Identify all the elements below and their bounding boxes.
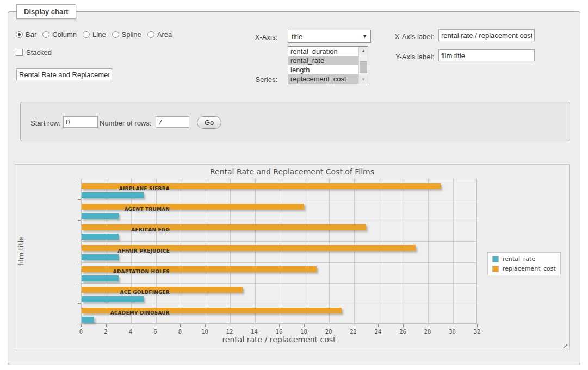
- x-tick-label: 30: [444, 329, 461, 335]
- series-option-rental_rate[interactable]: rental_rate: [288, 56, 358, 65]
- x-axis-title-label: X-Axis label:: [375, 33, 434, 41]
- scrollbar-thumb[interactable]: [360, 61, 367, 73]
- gridline-horizontal: [82, 221, 476, 221]
- stacked-option[interactable]: Stacked: [16, 48, 52, 57]
- series-option-replacement_cost[interactable]: replacement_cost: [288, 74, 358, 84]
- radio-icon: [147, 31, 154, 38]
- resize-handle-icon[interactable]: [561, 342, 567, 348]
- y-axis-tick: [78, 241, 81, 241]
- x-axis-selected-value: title: [292, 33, 302, 41]
- x-axis-tick: [453, 324, 453, 327]
- bar-rental_rate: [82, 296, 144, 302]
- gridline-vertical: [206, 179, 206, 323]
- gridline-vertical: [329, 179, 330, 323]
- stacked-checkbox[interactable]: [16, 49, 23, 56]
- gridline-vertical: [181, 179, 181, 323]
- legend-swatch: [492, 266, 499, 272]
- chart-y-axis-label: film title: [16, 179, 25, 324]
- x-tick-label: 20: [320, 329, 337, 335]
- gridline-vertical: [404, 179, 404, 323]
- bar-rental_rate: [82, 317, 94, 323]
- x-tick-label: 24: [370, 329, 386, 335]
- radio-icon: [16, 31, 23, 38]
- legend-swatch: [492, 256, 499, 262]
- chart-type-option-label: Area: [157, 30, 172, 39]
- x-tick-label: 2: [98, 329, 114, 335]
- y-axis-tick: [78, 199, 81, 200]
- x-axis-select[interactable]: title ▼: [288, 30, 371, 43]
- gridline-horizontal: [82, 262, 476, 263]
- gridline-vertical: [428, 179, 429, 323]
- x-tick-label: 14: [246, 329, 263, 335]
- bar-rental_rate: [82, 254, 119, 260]
- x-axis-title-input[interactable]: [438, 29, 535, 41]
- x-axis-tick: [106, 324, 107, 327]
- bar-rental_rate: [82, 234, 119, 240]
- y-axis-tick: [78, 303, 81, 304]
- bar-rental_rate: [82, 275, 119, 281]
- scrollbar-down-button[interactable]: ▼: [359, 76, 368, 84]
- x-tick-label: 4: [122, 329, 139, 335]
- start-row-label: Start row:: [30, 119, 61, 127]
- gridline-horizontal: [82, 304, 476, 304]
- legend-item-replacement_cost: replacement_cost: [492, 265, 556, 272]
- category-label: AGENT TRUMAN: [107, 206, 170, 212]
- x-axis-tick: [279, 324, 280, 327]
- bar-rental_rate: [82, 192, 144, 198]
- chart-title-input[interactable]: [16, 68, 112, 80]
- x-axis-tick: [428, 324, 428, 327]
- x-axis-tick: [354, 324, 354, 327]
- chart-type-option-label: Column: [52, 30, 77, 39]
- x-axis-tick: [180, 324, 181, 327]
- radio-icon: [42, 31, 49, 38]
- gridline-vertical: [230, 179, 231, 323]
- x-tick-label: 6: [147, 329, 164, 335]
- chart-type-option-line[interactable]: Line: [83, 30, 106, 39]
- chart-type-option-column[interactable]: Column: [42, 30, 77, 39]
- gridline-horizontal: [82, 200, 476, 200]
- x-axis-tick: [205, 324, 206, 327]
- go-button[interactable]: Go: [197, 116, 221, 129]
- gridline-vertical: [354, 179, 355, 323]
- x-axis-tick: [131, 324, 131, 327]
- rows-fieldset: Start row: Number of rows: Go: [20, 102, 570, 141]
- y-axis-title-label: Y-Axis label:: [375, 53, 434, 61]
- series-listbox[interactable]: rental_durationrental_ratelengthreplacem…: [288, 46, 368, 84]
- category-label: AFRICAN EGG: [107, 227, 170, 233]
- legend-label: rental_rate: [503, 255, 535, 262]
- chart-type-option-area[interactable]: Area: [147, 30, 172, 39]
- x-axis-tick: [230, 324, 230, 327]
- chart-type-option-bar[interactable]: Bar: [16, 30, 36, 39]
- chart-x-axis-label: rental rate / replacement cost: [81, 335, 477, 344]
- y-axis-tick: [78, 179, 81, 179]
- chart-type-option-label: Spline: [122, 30, 141, 39]
- category-label: AFFAIR PREJUDICE: [107, 248, 170, 254]
- x-axis-label: X-Axis:: [228, 33, 277, 41]
- chart-type-option-spline[interactable]: Spline: [112, 30, 141, 39]
- x-axis-tick: [255, 324, 255, 327]
- chart-panel: Rental Rate and Replacement Cost of Film…: [15, 164, 570, 350]
- chart-type-option-label: Bar: [26, 30, 36, 39]
- x-tick-label: 22: [345, 329, 362, 335]
- gridline-vertical: [453, 179, 454, 323]
- listbox-scrollbar: ▲ ▼: [358, 47, 368, 84]
- x-axis-tick: [81, 324, 82, 327]
- series-option-rental_duration[interactable]: rental_duration: [288, 47, 358, 56]
- category-label: AIRPLANE SIERRA: [107, 186, 170, 191]
- series-label: Series:: [228, 76, 277, 84]
- chart-title: Rental Rate and Replacement Cost of Film…: [15, 167, 569, 176]
- x-axis-tick: [304, 324, 305, 327]
- scrollbar-up-button[interactable]: ▲: [359, 47, 368, 55]
- x-axis-tick: [156, 324, 156, 327]
- series-options: rental_durationrental_ratelengthreplacem…: [288, 47, 358, 84]
- x-axis-tick: [477, 324, 478, 327]
- number-of-rows-input[interactable]: [156, 116, 189, 128]
- y-axis-title-input[interactable]: [438, 49, 535, 61]
- gridline-horizontal: [82, 283, 476, 284]
- display-chart-fieldset-legend: Display chart: [16, 4, 76, 19]
- gridline-vertical: [379, 179, 379, 323]
- legend-item-rental_rate: rental_rate: [492, 255, 556, 262]
- series-option-length[interactable]: length: [288, 65, 358, 74]
- start-row-input[interactable]: [63, 116, 98, 128]
- radio-icon: [83, 31, 90, 38]
